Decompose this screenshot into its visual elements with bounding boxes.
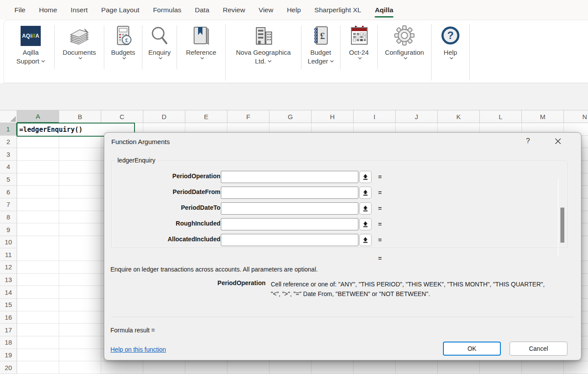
help-question-icon: ? (439, 24, 461, 48)
select-all-corner[interactable] (0, 110, 17, 123)
param-help-name: PeriodOperation (183, 279, 266, 286)
ribbon-button-period-oct-24[interactable]: Oct-24 (340, 23, 377, 60)
menu-tab-aqilla[interactable]: Aqilla (375, 6, 393, 14)
ribbon-button-enquiry[interactable]: Enquiry (142, 23, 177, 60)
logo-text: A (35, 33, 39, 39)
ribbon-button-budgets[interactable]: £ Budgets (104, 23, 142, 60)
row-header-5[interactable]: 5 (0, 173, 17, 186)
column-header-c[interactable]: C (101, 110, 143, 123)
column-header-m[interactable]: M (522, 110, 564, 123)
close-icon[interactable] (551, 135, 564, 147)
menu-tab-data[interactable]: Data (195, 6, 209, 14)
argument-row-perioddateto: PeriodDateTo= (112, 202, 567, 215)
column-header-g[interactable]: G (269, 110, 312, 123)
argument-input-periodoperation[interactable] (221, 171, 358, 183)
column-header-h[interactable]: H (312, 110, 354, 123)
row-header-10[interactable]: 10 (0, 236, 17, 249)
row-header-6[interactable]: 6 (0, 186, 17, 198)
chevron-down-icon (404, 57, 407, 60)
menu-tab-home[interactable]: Home (39, 6, 57, 14)
collapse-dialog-button-perioddatefrom[interactable] (359, 187, 372, 199)
ribbon-button-label: Reference (186, 48, 216, 57)
row-header-2[interactable]: 2 (0, 136, 17, 148)
ribbon-button-aqilla-support[interactable]: AQi//A Aqilla Support (7, 23, 54, 66)
column-header-f[interactable]: F (227, 110, 269, 123)
row-header-4[interactable]: 4 (0, 161, 17, 173)
column-header-d[interactable]: D (143, 110, 185, 123)
row-header-11[interactable]: 11 (0, 249, 17, 261)
row-header-17[interactable]: 17 (0, 324, 17, 336)
row-header-9[interactable]: 9 (0, 223, 17, 236)
argument-label-perioddateto: PeriodDateTo (120, 204, 220, 211)
ribbon-button-reference[interactable]: Reference (177, 23, 225, 60)
ok-button[interactable]: OK (443, 342, 501, 356)
menu-tab-view[interactable]: View (259, 6, 273, 14)
argument-input-perioddatefrom[interactable] (221, 187, 358, 199)
function-group-box: ledgerEnquiry PeriodOperation=PeriodDate… (111, 161, 567, 248)
svg-text:£: £ (125, 37, 128, 43)
argument-equals-sign: = (378, 173, 382, 180)
row-header-18[interactable]: 18 (0, 336, 17, 349)
dialog-divider (111, 317, 575, 317)
chevron-down-icon (122, 57, 126, 60)
argument-equals-sign: = (378, 205, 382, 212)
row-header-20[interactable]: 20 (0, 361, 17, 374)
menu-tab-help[interactable]: Help (287, 6, 301, 14)
menu-tab-insert[interactable]: Insert (71, 6, 88, 14)
dialog-help-button[interactable]: ? (522, 135, 534, 147)
dialog-scrollbar-thumb[interactable] (560, 208, 564, 243)
column-header-l[interactable]: L (480, 110, 522, 123)
company-buildings-icon (252, 24, 275, 48)
collapse-dialog-button-allocatedincluded[interactable] (359, 234, 372, 246)
argument-input-perioddateto[interactable] (221, 202, 358, 215)
dialog-title: Function Arguments (111, 138, 170, 145)
row-header-1[interactable]: 1 (0, 123, 17, 136)
menu-tab-page-layout[interactable]: Page Layout (101, 6, 139, 14)
argument-label-roughincluded: RoughIncluded (120, 220, 220, 227)
collapse-dialog-button-perioddateto[interactable] (359, 202, 372, 215)
range-select-arrow-icon (362, 236, 369, 243)
column-header-n[interactable]: N (564, 110, 588, 123)
enquiry-search-icon (149, 24, 170, 48)
row-header-19[interactable]: 19 (0, 349, 17, 362)
ribbon-button-documents[interactable]: Documents (55, 23, 104, 60)
row-header-15[interactable]: 15 (0, 299, 17, 311)
dialog-scrollbar-track[interactable] (558, 179, 559, 256)
menu-tab-sharperlight-xl[interactable]: Sharperlight XL (315, 6, 361, 14)
chevron-down-icon (159, 57, 163, 60)
menu-tab-formulas[interactable]: Formulas (153, 6, 181, 14)
row-header-7[interactable]: 7 (0, 198, 17, 211)
row-headers: 1234567891011121314151617181920 (0, 123, 17, 374)
row-header-8[interactable]: 8 (0, 211, 17, 224)
collapse-dialog-button-periodoperation[interactable] (359, 171, 372, 183)
column-header-j[interactable]: J (396, 110, 438, 123)
ribbon-button-configuration[interactable]: Configuration (378, 23, 431, 60)
column-headers: ABCDEFGHIJKLMN (17, 110, 588, 123)
ribbon-button-nova-geographica[interactable]: Nova Geographica Ltd. (226, 23, 301, 66)
menu-tab-review[interactable]: Review (223, 6, 245, 14)
cancel-button[interactable]: Cancel (510, 342, 567, 356)
menu-tab-file[interactable]: File (14, 6, 25, 14)
column-header-b[interactable]: B (59, 110, 101, 123)
column-header-k[interactable]: K (438, 110, 480, 123)
row-header-12[interactable]: 12 (0, 261, 17, 274)
row-header-14[interactable]: 14 (0, 286, 17, 299)
ribbon-button-label: Documents (63, 48, 96, 57)
cell-a1-text: =ledgerEnquiry() (19, 123, 83, 136)
collapse-dialog-button-roughincluded[interactable] (359, 218, 372, 230)
row-header-13[interactable]: 13 (0, 274, 17, 286)
column-header-e[interactable]: E (185, 110, 227, 123)
column-header-i[interactable]: I (354, 110, 396, 123)
argument-input-roughincluded[interactable] (221, 218, 358, 230)
row-header-3[interactable]: 3 (0, 148, 17, 161)
ribbon-button-label2: Support (16, 57, 39, 66)
row-header-16[interactable]: 16 (0, 311, 17, 324)
ribbon-tab-bar: FileHomeInsertPage LayoutFormulasDataRev… (0, 0, 588, 20)
ribbon-button-budget-ledger[interactable]: £ Budget Ledger (301, 23, 340, 66)
argument-input-allocatedincluded[interactable] (221, 234, 358, 246)
help-on-function-link[interactable]: Help on this function (110, 346, 166, 353)
aqilla-logo-icon: AQi//A (21, 24, 41, 48)
column-header-a[interactable]: A (17, 110, 59, 123)
argument-equals-sign: = (378, 236, 382, 243)
ribbon-button-help[interactable]: ? Help (432, 23, 469, 60)
